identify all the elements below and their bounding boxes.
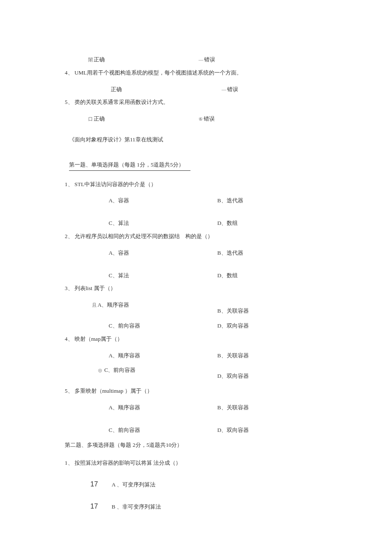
dash-icon: — bbox=[199, 57, 203, 62]
option-a[interactable]: A、顺序容器 bbox=[65, 351, 217, 360]
option-d[interactable]: D、双向容器 bbox=[217, 366, 332, 381]
tf-correct[interactable]: 闈正确 bbox=[65, 55, 199, 64]
dash-icon: — bbox=[222, 87, 226, 92]
option-c-label: C、前向容器 bbox=[104, 367, 136, 373]
tf-row-q3-prev: 闈正确 —错误 bbox=[65, 55, 332, 64]
s1q5-row2: C、前向容器 D、双向容器 bbox=[65, 426, 332, 435]
s1q5-row1: A、顺序容器 B、关联容器 bbox=[65, 403, 332, 412]
s1-q4: 4、 映射（map属于（） bbox=[65, 335, 332, 344]
s1q1-row1: A、容器 B、迭代器 bbox=[65, 196, 332, 205]
option-b[interactable]: B、迭代器 bbox=[217, 196, 332, 205]
s1-q3: 3、 列表list 属于（） bbox=[65, 284, 332, 293]
tf-wrong-label: 错误 bbox=[227, 86, 238, 92]
option-a-label: A、顺序容器 bbox=[98, 302, 129, 308]
s1q4-row1: A、顺序容器 B、关联容器 bbox=[65, 351, 332, 360]
option-a-marked[interactable]: 且A、顺序容器 bbox=[65, 301, 217, 316]
s1q4-row2: ◎ C、前向容器 D、双向容器 bbox=[65, 366, 332, 381]
option-a[interactable]: A、容器 bbox=[65, 196, 217, 205]
s2q1-option-b[interactable]: 17 B 、非可变序列算法 bbox=[65, 501, 332, 512]
tf-wrong-label: 错误 bbox=[204, 115, 215, 122]
s1q3-row1: 且A、顺序容器 B、关联容器 bbox=[65, 301, 332, 316]
option-c[interactable]: C、前向容器 bbox=[65, 322, 217, 331]
s2q1-option-a[interactable]: 17 A 、可变序列算法 bbox=[65, 479, 332, 490]
tf-wrong[interactable]: —错误 bbox=[199, 85, 332, 94]
s2-q1: 1、 按照算法对容器的影响可以将算 法分成（） bbox=[65, 459, 332, 468]
s1-q2: 2、 允许程序员以相同的方式处理不同的数据结 构的是（） bbox=[65, 232, 332, 241]
option-a[interactable]: A、容器 bbox=[65, 249, 217, 258]
circle-mark-icon: ◎ bbox=[98, 368, 104, 373]
chapter-title: 《面向对象程序设计》第11章在线测试 bbox=[69, 135, 332, 144]
option-num: 17 bbox=[90, 501, 112, 512]
option-c[interactable]: C、前向容器 bbox=[65, 426, 217, 435]
s1-q1: 1、 STL中算法访问容器的中介是（） bbox=[65, 180, 332, 189]
tf-row-q5: 口正确 ⑥错误 bbox=[65, 115, 332, 124]
tf-wrong[interactable]: ⑥错误 bbox=[199, 115, 332, 124]
tf-row-q4: 正确 —错误 bbox=[65, 85, 332, 94]
s1q2-row1: A、容器 B、迭代器 bbox=[65, 249, 332, 258]
circle-6-icon: ⑥ bbox=[199, 116, 203, 121]
tf-correct[interactable]: 正确 bbox=[65, 85, 199, 94]
box-icon: 口 bbox=[88, 116, 93, 121]
s1-q5: 5、 多重映射（multimap ）属于（） bbox=[65, 387, 332, 396]
option-c[interactable]: C、算法 bbox=[65, 271, 217, 280]
tf-correct-label: 正确 bbox=[94, 56, 105, 63]
question-4-prev: 4、 UML用若干个视图构造系统的模型，每个视图描述系统的一个方面。 bbox=[65, 69, 332, 78]
tf-correct-label: 正确 bbox=[94, 115, 105, 122]
option-b[interactable]: B、关联容器 bbox=[217, 403, 332, 412]
tf-correct[interactable]: 口正确 bbox=[65, 115, 199, 124]
option-a-label: A 、可变序列算法 bbox=[112, 480, 156, 489]
option-b[interactable]: B、迭代器 bbox=[217, 249, 332, 258]
mark-prefix-icon: 且 bbox=[92, 302, 97, 308]
section-2-header: 第二题、多项选择题（每题 2分，5道题共10分） bbox=[65, 441, 332, 450]
tf-correct-label: 正确 bbox=[111, 86, 122, 92]
option-d[interactable]: D、双向容器 bbox=[217, 426, 332, 435]
option-b-label: B 、非可变序列算法 bbox=[112, 503, 161, 512]
mark-icon: 闈 bbox=[88, 57, 93, 62]
tf-wrong-label: 错误 bbox=[204, 56, 215, 63]
option-a[interactable]: A、顺序容器 bbox=[65, 403, 217, 412]
option-c[interactable]: C、算法 bbox=[65, 219, 217, 228]
option-num: 17 bbox=[90, 479, 112, 490]
option-b[interactable]: B、关联容器 bbox=[217, 301, 332, 316]
question-5-prev: 5、 类的关联关系通常采用函数设计方式。 bbox=[65, 98, 332, 107]
option-d[interactable]: D、数组 bbox=[217, 219, 332, 228]
s1q1-row2: C、算法 D、数组 bbox=[65, 219, 332, 228]
section-1-header: 第一题、单项选择题（每题 1分，5道题共5分） bbox=[69, 161, 190, 171]
option-c-marked[interactable]: ◎ C、前向容器 bbox=[65, 366, 217, 381]
option-b[interactable]: B、关联容器 bbox=[217, 351, 332, 360]
option-d[interactable]: D、数组 bbox=[217, 271, 332, 280]
option-d[interactable]: D、双向容器 bbox=[217, 322, 332, 331]
s1q3-row2: C、前向容器 D、双向容器 bbox=[65, 322, 332, 331]
s1q2-row2: C、算法 D、数组 bbox=[65, 271, 332, 280]
tf-wrong[interactable]: —错误 bbox=[199, 55, 332, 64]
